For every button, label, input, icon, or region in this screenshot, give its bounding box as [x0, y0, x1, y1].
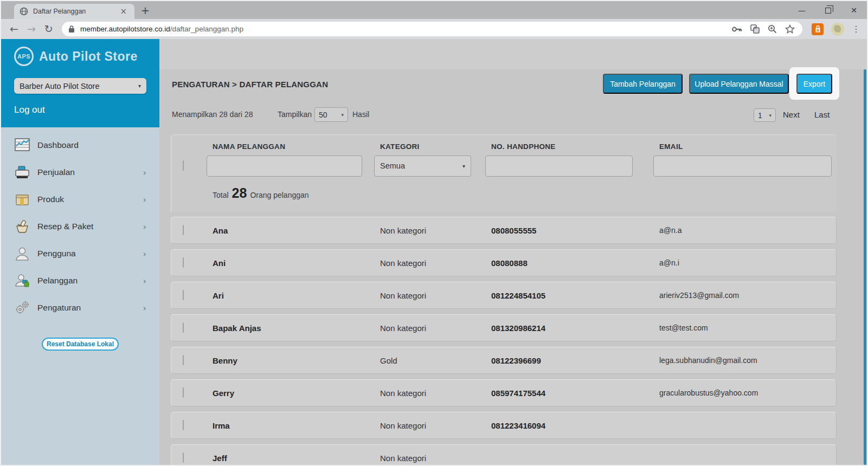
filter-kategori-select[interactable]: Semua ▾	[374, 156, 471, 177]
chevron-right-icon: ›	[143, 249, 146, 259]
row-checkbox[interactable]	[183, 452, 184, 463]
cell-email: a@n.a	[659, 226, 836, 235]
urlbar-action-icons: A	[732, 24, 795, 34]
sidebar-item-dashboard[interactable]: Dashboard	[1, 132, 159, 159]
chevron-right-icon: ›	[143, 195, 146, 205]
row-checkbox[interactable]	[183, 257, 184, 268]
sidebar-item-produk[interactable]: Produk ›	[1, 186, 159, 213]
select-all-checkbox[interactable]	[183, 160, 184, 171]
row-checkbox[interactable]	[183, 225, 184, 235]
cash-register-icon	[14, 165, 30, 180]
chevron-down-icon: ▾	[769, 113, 771, 118]
cell-kategori: Non kategori	[380, 323, 491, 333]
cell-phone: 085974175544	[491, 389, 659, 398]
minimize-button[interactable]: —	[789, 1, 815, 19]
profile-avatar[interactable]	[831, 23, 844, 36]
row-checkbox[interactable]	[183, 355, 184, 365]
cell-nama: Ani	[213, 258, 380, 268]
brand: APS Auto Pilot Store	[14, 47, 146, 66]
cell-kategori: Non kategori	[380, 291, 491, 300]
browser-menu-icon[interactable]: ⋮	[852, 24, 860, 34]
page-number-value: 1	[758, 111, 762, 120]
url-text: member.autopilotstore.co.id/daftar_pelan…	[80, 25, 732, 33]
cell-nama: Irma	[213, 421, 380, 430]
top-band	[159, 39, 867, 69]
upload-pelanggan-massal-button[interactable]: Upload Pelanggan Massal	[689, 74, 789, 94]
store-select[interactable]: Barber Auto Pilot Store ▾	[14, 78, 146, 94]
table-row[interactable]: Ani Non kategori 08080888 a@n.i	[171, 249, 837, 276]
chevron-down-icon: ▾	[462, 163, 465, 169]
row-checkbox[interactable]	[183, 420, 184, 430]
row-checkbox[interactable]	[183, 387, 184, 398]
page-number-select[interactable]: 1 ▾	[754, 108, 776, 122]
table-filter-row: Semua ▾	[171, 155, 837, 177]
chevron-right-icon: ›	[143, 167, 146, 178]
translate-icon[interactable]: A	[750, 24, 760, 34]
restore-button[interactable]	[815, 1, 841, 19]
next-page-link[interactable]: Next	[783, 110, 800, 119]
filter-nama-input[interactable]	[207, 156, 362, 177]
cell-email: gracularobustus@yahoo.com	[659, 389, 836, 397]
cell-nama: Benny	[213, 356, 380, 365]
table-row[interactable]: Bapak Anjas Non kategori 081320986214 te…	[171, 314, 837, 341]
restore-icon	[825, 8, 831, 14]
sidebar-item-resep-paket[interactable]: Resep & Paket ›	[1, 213, 159, 240]
extension-icon[interactable]: a	[812, 23, 824, 35]
export-button[interactable]: Export	[796, 74, 832, 94]
filter-phone-input[interactable]	[485, 156, 633, 177]
table-row[interactable]: Benny Gold 08122396699 lega.subhanudin@g…	[171, 347, 837, 374]
password-key-icon[interactable]	[732, 26, 742, 33]
cell-email: arieriv2513@gmail.com	[659, 291, 836, 300]
tab-close-icon[interactable]: ×	[118, 7, 129, 17]
sidebar-item-pelanggan[interactable]: Pelanggan ›	[1, 267, 159, 294]
row-checkbox[interactable]	[183, 290, 184, 300]
bookmark-star-icon[interactable]	[785, 24, 795, 34]
customer-rows: Ana Non kategori 0808055555 a@n.a Ani No…	[171, 217, 837, 465]
chevron-down-icon: ▾	[138, 83, 141, 89]
cell-email: lega.subhanudin@gmail.com	[659, 356, 836, 365]
row-checkbox[interactable]	[183, 322, 184, 333]
browser-tab[interactable]: Daftar Pelanggan ×	[14, 4, 134, 19]
logout-link[interactable]: Log out	[14, 105, 146, 115]
table-row[interactable]: Irma Non kategori 081223416094	[171, 412, 837, 439]
tab-title: Daftar Pelanggan	[33, 8, 118, 15]
brand-name: Auto Pilot Store	[39, 49, 138, 64]
svg-text:A: A	[754, 25, 757, 30]
url-bar[interactable]: member.autopilotstore.co.id/daftar_pelan…	[62, 22, 802, 36]
cell-kategori: Gold	[380, 356, 491, 365]
chevron-down-icon: ▾	[341, 112, 344, 118]
sidebar-header: APS Auto Pilot Store Barber Auto Pilot S…	[1, 39, 159, 127]
table-row[interactable]: Gerry Non kategori 085974175544 gracular…	[171, 379, 837, 406]
sidebar-item-pengaturan[interactable]: Pengaturan ›	[1, 294, 159, 321]
new-tab-button[interactable]: +	[141, 5, 150, 16]
filter-email-input[interactable]	[653, 156, 832, 177]
sidebar-item-penjualan[interactable]: Penjualan ›	[1, 159, 159, 186]
last-page-link[interactable]: Last	[814, 110, 830, 119]
cell-nama: Ari	[213, 291, 380, 300]
url-domain: member.autopilotstore.co.id	[80, 25, 170, 33]
page-scrollbar[interactable]	[864, 69, 866, 465]
page-size-value: 50	[319, 111, 327, 119]
zoom-icon[interactable]	[768, 24, 777, 34]
sidebar: APS Auto Pilot Store Barber Auto Pilot S…	[1, 39, 159, 465]
close-button[interactable]: ✕	[841, 1, 867, 19]
total-suffix: Orang pelanggan	[250, 191, 308, 199]
table-row[interactable]: Ana Non kategori 0808055555 a@n.a	[171, 217, 837, 244]
back-button[interactable]: ←	[10, 24, 18, 34]
table-row[interactable]: Jeff Non kategori	[171, 444, 837, 465]
table-row[interactable]: Ari Non kategori 081224854105 arieriv251…	[171, 282, 837, 309]
product-box-icon	[14, 192, 30, 207]
sidebar-item-pengguna[interactable]: Pengguna ›	[1, 240, 159, 267]
forward-button[interactable]: →	[27, 24, 36, 34]
tambah-pelanggan-button[interactable]: Tambah Pelanggan	[603, 74, 683, 94]
cell-kategori: Non kategori	[380, 258, 491, 268]
sidebar-item-label: Penjualan	[37, 167, 75, 177]
reload-button[interactable]: ↻	[44, 24, 53, 34]
reset-database-button[interactable]: Reset Database Lokal	[42, 338, 119, 351]
cell-email: test@test.com	[659, 323, 836, 332]
showing-count-text: Menampilkan 28 dari 28	[172, 110, 253, 119]
cell-email: a@n.i	[659, 258, 836, 267]
export-highlight: Export	[789, 67, 839, 100]
page-size-select[interactable]: 50 ▾	[314, 107, 348, 122]
sidebar-item-label: Produk	[37, 195, 64, 204]
